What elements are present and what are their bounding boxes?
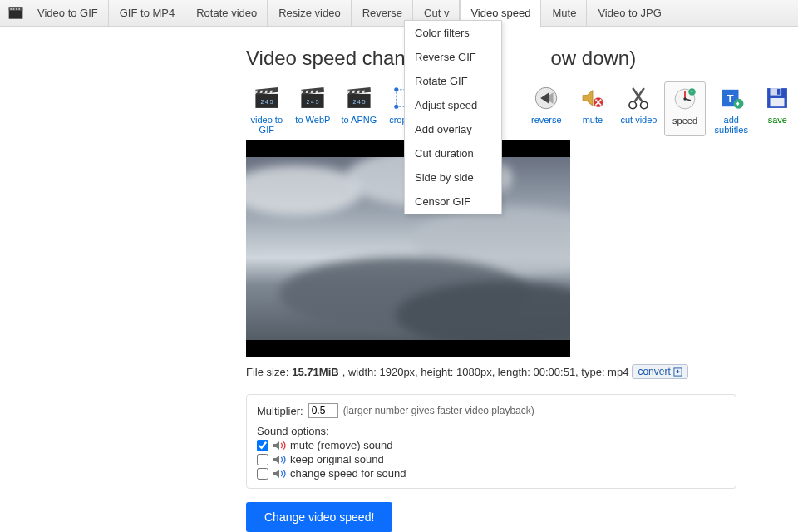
app-logo-icon [5, 0, 27, 26]
nav-video-to-gif[interactable]: Video to GIF [27, 0, 109, 26]
change-speed-button[interactable]: Change video speed! [246, 502, 392, 532]
cut-icon [621, 83, 656, 113]
reverse-icon [529, 83, 564, 113]
sound-option-2: change speed for sound [257, 467, 726, 480]
svg-text:2 4 5: 2 4 5 [260, 99, 273, 105]
sound-checkbox-0[interactable] [257, 440, 268, 451]
tool-toolbar: 2 4 5video to GIF2 4 5to WebP2 4 5to APN… [246, 81, 798, 136]
sound-checkbox-1[interactable] [257, 454, 268, 466]
clap-icon: 2 4 5 [249, 83, 284, 113]
tool-video-to-gif[interactable]: 2 4 5video to GIF [246, 81, 288, 136]
tool-label: to WebP [295, 115, 330, 133]
main-content: Color filtersReverse GIFRotate GIFAdjust… [0, 27, 798, 532]
tool-label: to APNG [342, 115, 377, 133]
convert-label: convert [638, 366, 670, 377]
nav-rotate-video[interactable]: Rotate video [185, 0, 268, 26]
tool-to-webp[interactable]: 2 4 5to WebP [293, 81, 334, 136]
tool-reverse[interactable]: reverse [526, 81, 568, 136]
multiplier-label: Multiplier: [257, 405, 303, 417]
mute-icon [575, 83, 610, 113]
sound-option-1: keep original sound [257, 453, 726, 466]
tool-add-subtitles[interactable]: Tadd subtitles [711, 81, 752, 136]
file-size: 15.71MiB [292, 366, 338, 378]
menu-add-overlay[interactable]: Add overlay [405, 117, 501, 141]
svg-rect-3 [13, 8, 15, 10]
speaker-icon [272, 441, 287, 451]
multiplier-hint: (larger number gives faster video playba… [343, 405, 534, 416]
svg-text:T: T [727, 92, 734, 105]
svg-point-28 [395, 87, 399, 91]
tool-label: video to GIF [246, 115, 288, 135]
menu-color-filters[interactable]: Color filters [405, 21, 501, 45]
options-panel: Multiplier: (larger number gives faster … [246, 394, 736, 489]
menu-rotate-gif[interactable]: Rotate GIF [405, 69, 501, 93]
tool-label: reverse [531, 115, 562, 133]
svg-rect-4 [16, 8, 17, 10]
sound-options-header: Sound options: [257, 425, 726, 437]
svg-rect-44 [777, 89, 780, 95]
dropdown-menu: Color filtersReverse GIFRotate GIFAdjust… [404, 20, 502, 214]
tool-label: save [768, 115, 787, 133]
menu-adjust-speed[interactable]: Adjust speed [405, 93, 501, 117]
svg-point-34 [629, 101, 637, 109]
file-info-prefix: File size: [246, 366, 288, 378]
menu-cut-duration[interactable]: Cut duration [405, 141, 501, 165]
tool-mute[interactable]: mute [572, 81, 613, 136]
clap-icon: 2 4 5 [295, 83, 330, 113]
tool-speed[interactable]: speed [664, 81, 706, 136]
menu-reverse-gif[interactable]: Reverse GIF [405, 45, 501, 69]
download-icon [673, 367, 682, 377]
nav-gif-to-mp4[interactable]: GIF to MP4 [109, 0, 185, 26]
page-title: Video speed changer ow down) [246, 47, 798, 70]
save-icon [760, 83, 795, 113]
svg-rect-45 [771, 98, 785, 106]
svg-text:2 4 5: 2 4 5 [307, 99, 319, 105]
speed-icon [667, 84, 702, 114]
tool-save[interactable]: save [757, 81, 799, 136]
sound-label: keep original sound [290, 453, 384, 466]
sound-checkbox-2[interactable] [257, 468, 268, 480]
nav-mute[interactable]: Mute [541, 0, 587, 26]
top-nav: Video to GIFGIF to MP4Rotate videoResize… [0, 0, 798, 27]
speaker-icon [272, 469, 287, 479]
menu-side-by-side[interactable]: Side by side [405, 165, 501, 190]
svg-text:2 4 5: 2 4 5 [352, 99, 365, 105]
svg-point-35 [641, 101, 648, 109]
tool-label: add subtitles [711, 115, 752, 135]
tool-label: mute [583, 115, 603, 133]
sound-option-0: mute (remove) sound [257, 439, 726, 451]
nav-video-to-jpg[interactable]: Video to JPG [587, 0, 672, 26]
svg-rect-2 [10, 8, 12, 10]
tool-label: cut video [620, 115, 657, 133]
nav-resize-video[interactable]: Resize video [268, 0, 351, 26]
tool-label: speed [672, 116, 697, 134]
file-info-rest: , width: 1920px, height: 1080px, length:… [342, 366, 629, 378]
menu-censor-gif[interactable]: Censor GIF [405, 190, 501, 214]
svg-point-30 [395, 105, 399, 109]
speaker-icon [272, 455, 287, 465]
tool-to-apng[interactable]: 2 4 5to APNG [338, 81, 380, 136]
subs-icon: T [714, 83, 749, 113]
sound-label: mute (remove) sound [290, 439, 393, 451]
sound-label: change speed for sound [290, 467, 406, 480]
svg-rect-5 [18, 8, 20, 10]
svg-point-37 [683, 97, 686, 100]
file-info: File size: 15.71MiB , width: 1920px, hei… [246, 364, 798, 379]
clap-icon: 2 4 5 [342, 83, 377, 113]
tool-cut-video[interactable]: cut video [618, 81, 660, 136]
convert-button[interactable]: convert [632, 364, 687, 379]
multiplier-input[interactable] [308, 403, 338, 418]
